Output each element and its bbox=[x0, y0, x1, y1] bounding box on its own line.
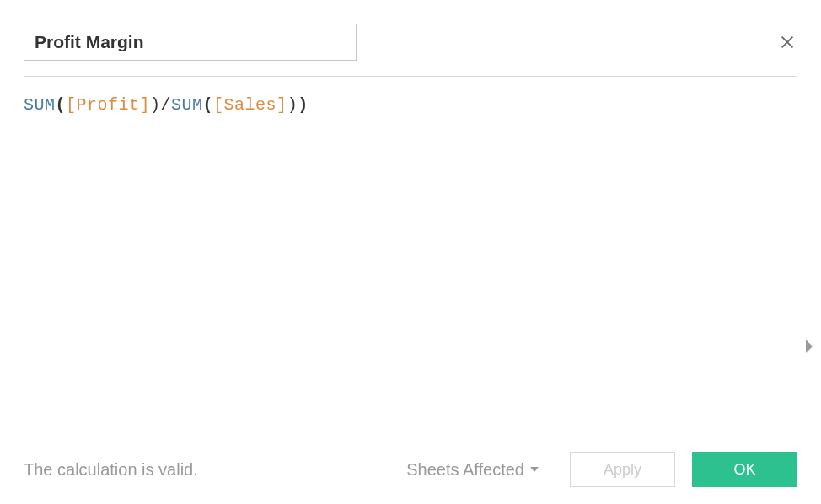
svg-marker-2 bbox=[806, 340, 813, 353]
formula-token-field: [Profit] bbox=[66, 95, 150, 115]
sheets-affected-label: Sheets Affected bbox=[406, 460, 524, 480]
validation-status: The calculation is valid. bbox=[24, 460, 198, 480]
calculation-name-input[interactable] bbox=[24, 24, 357, 61]
calculation-editor-dialog: SUM([Profit])/SUM([Sales])) The calculat… bbox=[3, 3, 818, 501]
header-divider bbox=[24, 76, 797, 77]
formula-token-paren: ( bbox=[203, 95, 214, 115]
footer-buttons: Apply OK bbox=[570, 452, 797, 487]
dialog-header bbox=[24, 24, 797, 61]
formula-token-paren: ( bbox=[56, 95, 67, 115]
formula-token-paren: ) bbox=[298, 95, 309, 115]
formula-token-op: / bbox=[161, 95, 172, 115]
svg-marker-3 bbox=[530, 467, 539, 472]
ok-button[interactable]: OK bbox=[692, 452, 797, 487]
formula-token-paren: ) bbox=[287, 95, 298, 115]
formula-editor[interactable]: SUM([Profit])/SUM([Sales])) bbox=[24, 92, 797, 442]
footer-left: The calculation is valid. Sheets Affecte… bbox=[24, 460, 556, 480]
formula-token-field: [Sales] bbox=[213, 95, 287, 115]
chevron-down-icon bbox=[529, 466, 539, 473]
close-button[interactable] bbox=[775, 30, 799, 54]
expand-panel-button[interactable] bbox=[802, 336, 816, 357]
sheets-affected-dropdown[interactable]: Sheets Affected bbox=[406, 460, 539, 480]
close-icon bbox=[778, 33, 797, 51]
formula-token-paren: ) bbox=[150, 95, 161, 115]
dialog-footer: The calculation is valid. Sheets Affecte… bbox=[24, 442, 797, 487]
chevron-right-icon bbox=[804, 339, 814, 354]
apply-button[interactable]: Apply bbox=[570, 452, 675, 487]
formula-token-func: SUM bbox=[171, 95, 203, 115]
formula-token-func: SUM bbox=[24, 95, 56, 115]
